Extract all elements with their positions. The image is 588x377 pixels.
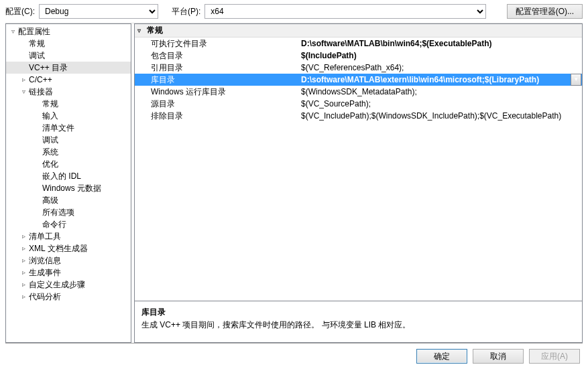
tree-item-label: 嵌入的 IDL (41, 170, 81, 182)
tree-item-label: XML 文档生成器 (27, 242, 88, 254)
property-row[interactable]: Windows 运行库目录$(WindowsSDK_MetadataPath); (135, 86, 582, 98)
tree-item-label: 调试 (41, 134, 58, 146)
tree-item[interactable]: ▹代码分析 (6, 291, 131, 303)
property-row[interactable]: 库目录D:\software\MATLAB\extern\lib\win64\m… (135, 74, 582, 86)
tree-item[interactable]: ▿链接器 (6, 86, 131, 98)
tree-item[interactable]: ▹浏览信息 (6, 254, 131, 267)
tree-item-label: 自定义生成步骤 (27, 279, 85, 291)
dialog-content: ▿配置属性常规调试VC++ 目录▹C/C++▿链接器常规输入清单文件调试系统优化… (5, 23, 583, 344)
tree-item[interactable]: ▹清单工具 (6, 230, 131, 242)
tree-item[interactable]: 调试 (6, 134, 131, 146)
property-row[interactable]: 排除目录$(VC_IncludePath);$(WindowsSDK_Inclu… (135, 110, 582, 122)
expand-closed-icon[interactable]: ▹ (19, 254, 27, 267)
tree-item-label: 常规 (41, 98, 58, 110)
top-toolbar: 配置(C): Debug 平台(P): x64 配置管理器(O)... (0, 0, 588, 23)
property-name: 可执行文件目录 (135, 37, 301, 50)
tree-item[interactable]: 所有选项 (6, 206, 131, 218)
collapse-icon[interactable]: ▿ (137, 27, 147, 34)
property-name: 源目录 (135, 98, 301, 110)
property-row[interactable]: 包含目录$(IncludePath) (135, 50, 582, 62)
tree-item[interactable]: Windows 元数据 (6, 182, 131, 194)
section-header[interactable]: ▿ 常规 (135, 24, 582, 37)
property-panel: ▿ 常规 可执行文件目录D:\software\MATLAB\bin\win64… (134, 23, 583, 343)
help-panel: 库目录 生成 VC++ 项目期间，搜索库文件时使用的路径。 与环境变量 LIB … (135, 301, 582, 342)
tree-item[interactable]: 调试 (6, 50, 131, 62)
platform-label: 平台(P): (172, 6, 200, 17)
tree-item-label: 配置属性 (17, 25, 50, 37)
expand-closed-icon[interactable]: ▹ (19, 242, 27, 254)
tree-item-label: 调试 (27, 50, 45, 62)
tree-item-label: 链接器 (27, 86, 53, 98)
property-value[interactable]: D:\software\MATLAB\bin\win64;$(Executabl… (301, 37, 582, 50)
tree-item-label: 命令行 (41, 218, 66, 230)
tree-item[interactable]: 优化 (6, 158, 131, 170)
tree-item-label: 系统 (41, 146, 58, 158)
tree-item-label: 浏览信息 (27, 254, 61, 267)
apply-button[interactable]: 应用(A) (529, 349, 580, 364)
tree-item-label: 所有选项 (41, 206, 74, 218)
tree-item[interactable]: ▿配置属性 (6, 25, 131, 37)
property-tree[interactable]: ▿配置属性常规调试VC++ 目录▹C/C++▿链接器常规输入清单文件调试系统优化… (5, 23, 131, 343)
help-description: 生成 VC++ 项目期间，搜索库文件时使用的路径。 与环境变量 LIB 相对应。 (141, 319, 575, 331)
tree-item-label: 常规 (27, 37, 45, 50)
expand-closed-icon[interactable]: ▹ (19, 291, 27, 303)
tree-item-label: 输入 (41, 110, 58, 122)
tree-item-label: VC++ 目录 (27, 62, 68, 74)
config-select[interactable]: Debug (39, 4, 158, 19)
property-name: 包含目录 (135, 50, 301, 62)
tree-item-label: 代码分析 (27, 291, 61, 303)
tree-item-label: C/C++ (27, 74, 52, 86)
dialog-buttons: 确定 取消 应用(A) (0, 344, 588, 369)
property-name: 库目录 (135, 74, 301, 86)
tree-item[interactable]: 输入 (6, 110, 131, 122)
tree-item[interactable]: ▹生成事件 (6, 267, 131, 279)
property-value[interactable]: $(IncludePath) (301, 50, 582, 62)
tree-item[interactable]: 高级 (6, 194, 131, 206)
expand-open-icon[interactable]: ▿ (19, 86, 27, 98)
section-title: 常规 (147, 25, 163, 36)
expand-closed-icon[interactable]: ▹ (19, 74, 27, 86)
tree-item[interactable]: ▹自定义生成步骤 (6, 279, 131, 291)
expand-closed-icon[interactable]: ▹ (19, 230, 27, 242)
tree-item-label: 清单工具 (27, 230, 61, 242)
property-row[interactable]: 引用目录$(VC_ReferencesPath_x64); (135, 62, 582, 74)
property-value[interactable]: $(VC_SourcePath); (301, 98, 582, 110)
platform-select[interactable]: x64 (204, 4, 486, 19)
tree-item[interactable]: 常规 (6, 37, 131, 50)
property-value[interactable]: $(WindowsSDK_MetadataPath); (301, 86, 582, 98)
tree-item[interactable]: 清单文件 (6, 122, 131, 134)
dropdown-icon[interactable]: ▾ (571, 74, 581, 86)
config-label: 配置(C): (5, 6, 35, 17)
property-row[interactable]: 可执行文件目录D:\software\MATLAB\bin\win64;$(Ex… (135, 37, 582, 50)
tree-item[interactable]: 嵌入的 IDL (6, 170, 131, 182)
tree-item[interactable]: ▹XML 文档生成器 (6, 242, 131, 254)
tree-item-label: 高级 (41, 194, 58, 206)
tree-item[interactable]: VC++ 目录 (6, 62, 131, 74)
property-row[interactable]: 源目录$(VC_SourcePath); (135, 98, 582, 110)
property-value[interactable]: $(VC_ReferencesPath_x64); (301, 62, 582, 74)
property-value[interactable]: $(VC_IncludePath);$(WindowsSDK_IncludePa… (301, 110, 582, 122)
tree-item-label: Windows 元数据 (41, 182, 101, 194)
property-grid[interactable]: ▿ 常规 可执行文件目录D:\software\MATLAB\bin\win64… (135, 24, 582, 301)
property-name: 排除目录 (135, 110, 301, 122)
property-value[interactable]: D:\software\MATLAB\extern\lib\win64\micr… (301, 74, 571, 86)
ok-button[interactable]: 确定 (416, 349, 467, 364)
property-name: 引用目录 (135, 62, 301, 74)
expand-closed-icon[interactable]: ▹ (19, 267, 27, 279)
tree-item-label: 清单文件 (41, 122, 74, 134)
property-name: Windows 运行库目录 (135, 86, 301, 98)
tree-item[interactable]: ▹C/C++ (6, 74, 131, 86)
tree-item-label: 生成事件 (27, 267, 61, 279)
help-title: 库目录 (141, 307, 575, 318)
config-manager-button[interactable]: 配置管理器(O)... (507, 4, 583, 19)
tree-item-label: 优化 (41, 158, 58, 170)
tree-item[interactable]: 系统 (6, 146, 131, 158)
cancel-button[interactable]: 取消 (473, 349, 524, 364)
tree-item[interactable]: 常规 (6, 98, 131, 110)
expand-open-icon[interactable]: ▿ (9, 25, 17, 37)
tree-item[interactable]: 命令行 (6, 218, 131, 230)
expand-closed-icon[interactable]: ▹ (19, 279, 27, 291)
